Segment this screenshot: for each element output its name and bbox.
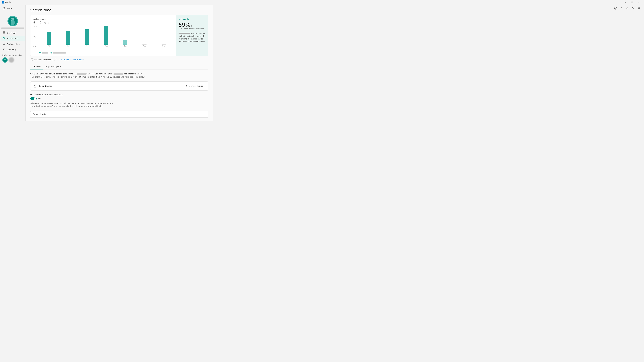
grid-label-min: 0 h (33, 46, 36, 47)
app-title: Family (5, 1, 11, 3)
content-filters-label: Content filters (7, 43, 20, 45)
bar-sun: Sun (85, 29, 89, 47)
bar-tue: Tue (123, 40, 127, 47)
switch-family-section: Switch family member (0, 53, 26, 64)
svg-point-29 (5, 59, 5, 59)
legend-dot-1 (39, 52, 41, 53)
schedule-section: Use one schedule on all devices On When … (30, 93, 208, 108)
svg-rect-24 (3, 49, 5, 50)
switch-family-label: Switch family member (2, 54, 23, 56)
svg-rect-18 (4, 31, 5, 32)
chart-insights-row: Daily average 6 h 9 min 14 h avg (30, 15, 208, 56)
connect-link-text: + How to connect a device (61, 59, 84, 61)
svg-point-11 (12, 19, 12, 19)
bar-mon-label: Mon (105, 45, 108, 47)
toggle-knob (34, 97, 36, 100)
bar-wed-label: Wed (143, 45, 146, 47)
screen-time-icon (3, 37, 5, 40)
schedule-title: Use one schedule on all devices (30, 93, 208, 96)
desc-text-part4: give them more time, or decide time's up… (30, 76, 145, 78)
insights-desc: spent more time on their devices this we… (178, 32, 206, 43)
sidebar: Home (0, 5, 26, 121)
how-to-connect-link[interactable]: + + How to connect a device (59, 59, 84, 61)
tab-devices[interactable]: Devices (30, 64, 43, 69)
sidebar-item-overview[interactable]: Overview (0, 30, 25, 35)
avatar-section (0, 13, 26, 30)
tab-apps-games[interactable]: Apps and games (43, 64, 65, 69)
chart-legends (33, 52, 173, 53)
grid-label-max: 14 h (33, 26, 36, 27)
legend-label-2 (53, 52, 66, 53)
home-label: Home (7, 7, 12, 9)
home-nav-item[interactable]: Home (0, 6, 25, 11)
bars-container: Fri Sat Sun (39, 27, 173, 47)
bar-thu-bar (162, 44, 166, 45)
titlebar-left: Family (2, 1, 11, 3)
chart-card: Daily average 6 h 9 min 14 h avg (30, 15, 176, 56)
desc-text-part1: Create healthy habits with screen time l… (30, 73, 76, 75)
main-content: Screen time Daily average 6 h 9 min 14 h (26, 5, 213, 121)
lock-icon (33, 84, 38, 88)
daily-avg-label: Daily average (33, 18, 173, 20)
legend-dot-2 (50, 52, 52, 53)
legend-item-1 (39, 52, 48, 53)
bar-sat-label: Sat (67, 45, 69, 47)
schedule-description: When on, the set screen time limit will … (30, 102, 118, 108)
svg-rect-32 (31, 59, 33, 60)
sidebar-item-spending[interactable]: Spending (0, 47, 25, 52)
svg-rect-25 (3, 49, 4, 50)
bar-thu-label: Thu (162, 45, 165, 47)
grid-label-avg: avg (33, 36, 36, 37)
tabs: Devices Apps and games (30, 64, 208, 69)
svg-point-34 (35, 86, 36, 87)
app-wrapper: Home (0, 5, 213, 121)
spending-label: Spending (7, 48, 16, 51)
legend-label-1 (42, 52, 48, 53)
content-filters-icon (3, 42, 5, 45)
lock-devices-row[interactable]: Lock devices No devices locked › (30, 81, 208, 90)
bar-sun-label: Sun (86, 45, 88, 47)
desc-text-part3: has left for the day, (124, 73, 142, 75)
legend-item-2 (50, 52, 66, 53)
info-icon[interactable]: i (54, 59, 56, 61)
monitor-icon (31, 58, 33, 61)
home-icon (3, 7, 5, 10)
schedule-toggle[interactable] (30, 97, 37, 100)
bar-mon: Mon (104, 25, 108, 47)
spending-icon (3, 48, 5, 51)
bar-chart: 14 h avg 0 h Fri (33, 27, 173, 50)
titlebar: Family — ⬜ ✕ (0, 0, 213, 5)
family-avatars (2, 57, 23, 63)
avatar (8, 16, 18, 26)
lock-devices-status: No devices locked (186, 85, 203, 87)
insights-name-blur (178, 33, 190, 34)
bar-wed: Wed (142, 44, 146, 47)
family-member-2[interactable] (9, 57, 14, 63)
insights-bulb-icon (178, 18, 180, 20)
svg-point-31 (179, 18, 180, 19)
insights-label: Insights (182, 18, 189, 20)
insights-percentage: 59% (178, 22, 190, 28)
desc-text-part2: devices. See how much time (86, 73, 114, 75)
connected-label: Connected devices: 2 (34, 59, 53, 61)
family-member-1[interactable] (2, 57, 8, 63)
svg-rect-15 (11, 24, 12, 25)
avatar-name (1, 27, 24, 29)
svg-point-1 (3, 2, 4, 2)
page-title: Screen time (30, 8, 208, 12)
sidebar-item-screen-time[interactable]: Screen time (0, 36, 25, 41)
sidebar-item-content-filters[interactable]: Content filters (0, 41, 25, 47)
chevron-right-icon: › (205, 84, 206, 87)
insights-pct-row: 59% ↑ (178, 22, 206, 28)
insights-arrow: ↑ (190, 25, 192, 27)
device-limits-header: Device limits (30, 111, 208, 118)
overview-icon (3, 31, 5, 34)
svg-point-23 (4, 44, 4, 44)
lock-devices-right: No devices locked › (186, 84, 206, 87)
insights-title: Insights (178, 18, 206, 20)
daily-avg-value: 6 h 9 min (33, 21, 173, 24)
bar-sat: Sat (66, 30, 70, 47)
svg-rect-16 (14, 24, 14, 25)
svg-rect-20 (4, 33, 5, 34)
connected-devices-row: Connected devices: 2 i + + How to connec… (30, 58, 208, 61)
